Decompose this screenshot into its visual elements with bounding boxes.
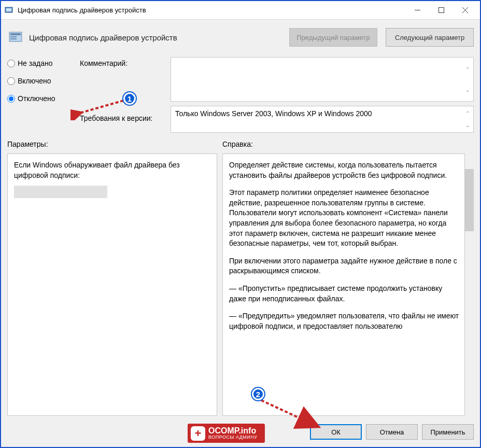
radio-disabled[interactable]: Отключено	[7, 94, 80, 103]
annotation-marker-1: 1	[123, 92, 136, 105]
state-radio-group: Не задано Включено Отключено	[7, 57, 80, 133]
supported-scroll[interactable]: ⌃ ⌄	[463, 107, 472, 131]
titlebar: Цифровая подпись драйверов устройств	[1, 1, 480, 20]
options-panel: Если Windows обнаруживает файл драйвера …	[7, 153, 217, 416]
radio-not-configured-input[interactable]	[7, 60, 15, 67]
minimize-button[interactable]	[405, 3, 429, 18]
svg-rect-6	[10, 36, 17, 37]
maximize-button[interactable]	[429, 3, 453, 18]
scroll-down-icon[interactable]: ⌄	[463, 79, 472, 100]
comment-label: Комментарий:	[80, 59, 171, 67]
logo-main: OCOMP.info	[208, 426, 256, 435]
svg-rect-2	[415, 10, 420, 10]
scroll-up-icon[interactable]: ⌃	[463, 107, 472, 119]
svg-rect-3	[438, 8, 444, 13]
policy-icon	[7, 29, 24, 46]
watermark-logo: + OCOMP.info ВОПРОСЫ АДМИНУ	[188, 424, 265, 443]
plus-icon: +	[191, 426, 205, 441]
help-paragraph: — «Предупредить» уведомляет пользователя…	[229, 311, 460, 331]
options-label: Параметры:	[7, 140, 222, 148]
help-scrollbar[interactable]	[465, 153, 474, 416]
scrollbar-thumb[interactable]	[465, 169, 474, 231]
logo-sub: ВОПРОСЫ АДМИНУ	[208, 435, 258, 440]
help-paragraph: При включении этого параметра задайте ну…	[229, 256, 460, 276]
window-title: Цифровая подпись драйверов устройств	[18, 6, 405, 14]
radio-enabled[interactable]: Включено	[7, 77, 80, 85]
app-icon	[4, 6, 13, 15]
help-label: Справка:	[222, 140, 253, 148]
radio-disabled-input[interactable]	[7, 95, 15, 103]
config-area: Не задано Включено Отключено Комментарий…	[1, 53, 480, 137]
ok-button[interactable]: ОК	[310, 424, 362, 440]
comment-textarea[interactable]: ⌃ ⌄	[171, 57, 474, 102]
scroll-up-icon[interactable]: ⌃	[463, 59, 472, 79]
radio-enabled-label: Включено	[18, 77, 51, 85]
help-paragraph: Определяет действие системы, когда польз…	[229, 160, 460, 180]
previous-setting-button: Предыдущий параметр	[289, 28, 377, 47]
content-area: Цифровая подпись драйверов устройств Пре…	[1, 20, 480, 447]
fields-column: ⌃ ⌄ Только Windows Server 2003, Windows …	[171, 57, 474, 133]
radio-enabled-input[interactable]	[7, 77, 15, 85]
options-description: Если Windows обнаруживает файл драйвера …	[14, 160, 210, 180]
radio-not-configured-label: Не задано	[18, 59, 52, 67]
svg-rect-1	[6, 8, 11, 11]
svg-rect-5	[10, 33, 21, 35]
close-button[interactable]	[453, 3, 477, 18]
mid-labels: Параметры: Справка:	[1, 137, 480, 150]
help-paragraph: — «Пропустить» предписывает системе прод…	[229, 284, 460, 304]
help-paragraph: Этот параметр политики определяет наимен…	[229, 188, 460, 249]
svg-rect-7	[10, 38, 17, 39]
header-row: Цифровая подпись драйверов устройств Пре…	[1, 20, 480, 53]
supported-on-box: Только Windows Server 2003, Windows XP и…	[171, 106, 474, 133]
radio-not-configured[interactable]: Не задано	[7, 59, 80, 67]
comment-scroll[interactable]: ⌃ ⌄	[463, 59, 472, 100]
help-panel: Определяет действие системы, когда польз…	[222, 153, 465, 416]
panels-row: Если Windows обнаруживает файл драйвера …	[1, 150, 480, 419]
header-title: Цифровая подпись драйверов устройств	[29, 33, 281, 42]
scroll-down-icon[interactable]: ⌄	[463, 119, 472, 131]
cancel-button[interactable]: Отмена	[366, 424, 418, 440]
options-dropdown[interactable]	[14, 186, 107, 198]
annotation-marker-2: 2	[252, 388, 264, 400]
apply-button[interactable]: Применить	[422, 424, 474, 440]
supported-on-text: Только Windows Server 2003, Windows XP и…	[175, 109, 372, 118]
next-setting-button[interactable]: Следующий параметр	[386, 28, 474, 47]
supported-label: Требования к версии:	[80, 114, 171, 122]
radio-disabled-label: Отключено	[18, 94, 55, 103]
